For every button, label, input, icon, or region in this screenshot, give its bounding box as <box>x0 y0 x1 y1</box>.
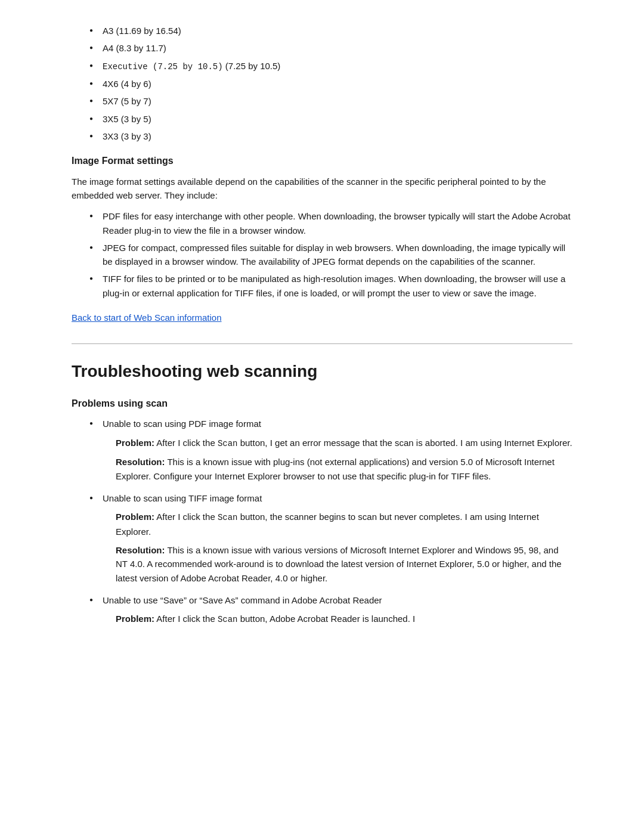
list-item-tiff: Unable to scan using TIFF image format P… <box>89 491 572 585</box>
back-to-web-scan-link[interactable]: Back to start of Web Scan information <box>72 311 222 324</box>
list-item: JPEG for compact, compressed files suita… <box>89 241 572 269</box>
problem-summary-tiff: Unable to scan using TIFF image format <box>103 493 262 503</box>
image-format-list: PDF files for easy interchange with othe… <box>89 209 572 300</box>
list-item: A3 (11.69 by 16.54) <box>89 24 572 38</box>
image-format-heading: Image Format settings <box>72 154 572 169</box>
list-item: A4 (8.3 by 11.7) <box>89 41 572 55</box>
list-item: PDF files for easy interchange with othe… <box>89 209 572 237</box>
list-item: TIFF for files to be printed or to be ma… <box>89 272 572 300</box>
list-item: 5X7 (5 by 7) <box>89 94 572 108</box>
problem-detail-tiff: Problem: After I click the Scan button, … <box>116 510 572 538</box>
resolution-detail-tiff: Resolution: This is a known issue with v… <box>116 543 572 585</box>
list-item: 3X3 (3 by 3) <box>89 129 572 143</box>
problems-list: Unable to scan using PDF image format Pr… <box>89 417 572 626</box>
troubleshooting-title: Troubleshooting web scanning <box>72 358 572 384</box>
list-item-save: Unable to use “Save” or “Save As” comman… <box>89 593 572 627</box>
list-item: 4X6 (4 by 6) <box>89 77 572 91</box>
section-divider <box>72 343 572 344</box>
list-item-pdf: Unable to scan using PDF image format Pr… <box>89 417 572 482</box>
list-item: Executive (7.25 by 10.5) (7.25 by 10.5) <box>89 59 572 74</box>
resolution-detail-pdf: Resolution: This is a known issue with p… <box>116 455 572 483</box>
problem-summary-pdf: Unable to scan using PDF image format <box>103 419 261 429</box>
problem-detail-pdf: Problem: After I click the Scan button, … <box>116 436 572 451</box>
problem-detail-save: Problem: After I click the Scan button, … <box>116 612 572 627</box>
top-bullet-list: A3 (11.69 by 16.54) A4 (8.3 by 11.7) Exe… <box>89 24 572 143</box>
problems-using-scan-heading: Problems using scan <box>72 397 572 411</box>
image-format-intro: The image format settings available depe… <box>72 175 572 203</box>
list-item: 3X5 (3 by 5) <box>89 112 572 126</box>
problem-summary-save: Unable to use “Save” or “Save As” comman… <box>103 595 382 605</box>
